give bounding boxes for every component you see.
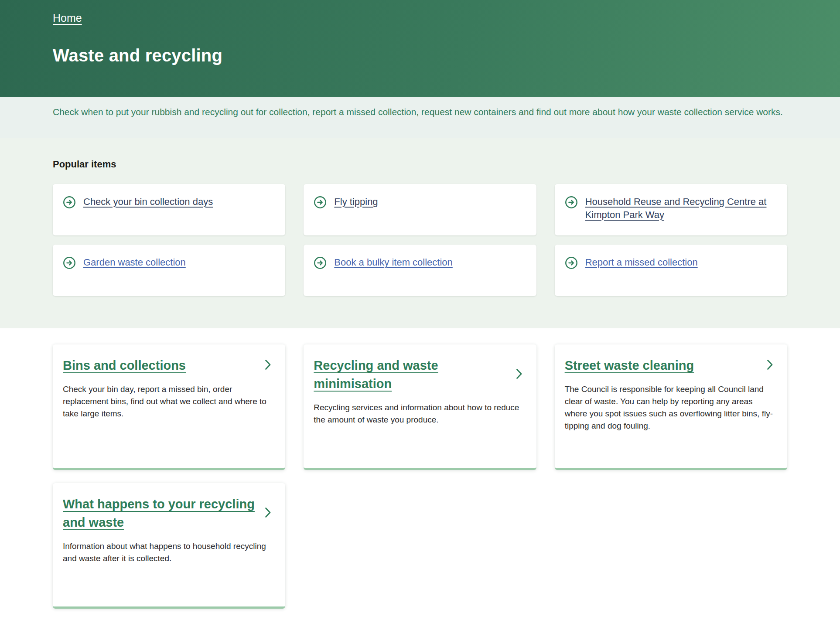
popular-link-garden-waste[interactable]: Garden waste collection bbox=[83, 256, 186, 269]
arrow-right-circle-icon bbox=[314, 256, 327, 271]
popular-card: Report a missed collection bbox=[555, 245, 787, 296]
chevron-right-icon bbox=[265, 507, 271, 520]
page: Home Waste and recycling Check when to p… bbox=[0, 0, 840, 620]
popular-link-check-bin-days[interactable]: Check your bin collection days bbox=[83, 195, 213, 208]
popular-card: Check your bin collection days bbox=[53, 184, 285, 235]
breadcrumb-home-link[interactable]: Home bbox=[53, 11, 82, 25]
popular-items-section: Popular items Check your bin collection … bbox=[0, 138, 840, 328]
chevron-right-icon bbox=[265, 359, 271, 372]
chevron-right-icon bbox=[516, 368, 522, 381]
popular-card: Household Reuse and Recycling Centre at … bbox=[555, 184, 787, 235]
category-description: Information about what happens to househ… bbox=[63, 540, 273, 565]
popular-link-fly-tipping[interactable]: Fly tipping bbox=[334, 195, 378, 208]
category-card-recycling-minimisation: Recycling and waste minimisation Recycli… bbox=[304, 344, 536, 470]
popular-card: Book a bulky item collection bbox=[304, 245, 536, 296]
intro-text: Check when to put your rubbish and recyc… bbox=[53, 106, 787, 118]
arrow-right-circle-icon bbox=[565, 196, 578, 211]
popular-card: Garden waste collection bbox=[53, 245, 285, 296]
popular-link-household-reuse-centre[interactable]: Household Reuse and Recycling Centre at … bbox=[585, 195, 777, 221]
categories-section: Bins and collections Check your bin day,… bbox=[0, 328, 840, 620]
popular-items-heading: Popular items bbox=[53, 159, 787, 170]
category-description: Check your bin day, report a missed bin,… bbox=[63, 383, 273, 420]
category-card-what-happens: What happens to your recycling and waste… bbox=[53, 483, 285, 609]
category-card-bins-and-collections: Bins and collections Check your bin day,… bbox=[53, 344, 285, 470]
arrow-right-circle-icon bbox=[565, 256, 578, 271]
category-link-recycling-minimisation[interactable]: Recycling and waste minimisation bbox=[314, 356, 509, 393]
category-description: Recycling services and information about… bbox=[314, 402, 524, 426]
category-card-header: Street waste cleaning bbox=[565, 356, 775, 375]
category-card-header: What happens to your recycling and waste bbox=[63, 495, 273, 531]
popular-card: Fly tipping bbox=[304, 184, 536, 235]
chevron-right-icon bbox=[767, 359, 773, 372]
category-link-bins-and-collections[interactable]: Bins and collections bbox=[63, 356, 186, 375]
intro-banner: Check when to put your rubbish and recyc… bbox=[0, 97, 840, 138]
popular-link-bulky-item[interactable]: Book a bulky item collection bbox=[334, 256, 452, 269]
category-card-street-waste-cleaning: Street waste cleaning The Council is res… bbox=[555, 344, 787, 470]
popular-items-grid: Check your bin collection days Fly tippi… bbox=[53, 184, 787, 296]
page-header: Home Waste and recycling bbox=[0, 0, 840, 97]
page-title: Waste and recycling bbox=[53, 46, 787, 65]
category-link-street-waste-cleaning[interactable]: Street waste cleaning bbox=[565, 356, 694, 375]
category-description: The Council is responsible for keeping a… bbox=[565, 383, 775, 432]
arrow-right-circle-icon bbox=[63, 256, 76, 271]
arrow-right-circle-icon bbox=[314, 196, 327, 211]
arrow-right-circle-icon bbox=[63, 196, 76, 211]
category-card-header: Bins and collections bbox=[63, 356, 273, 375]
categories-grid: Bins and collections Check your bin day,… bbox=[53, 344, 787, 609]
category-link-what-happens[interactable]: What happens to your recycling and waste bbox=[63, 495, 259, 531]
popular-link-missed-collection[interactable]: Report a missed collection bbox=[585, 256, 698, 269]
category-card-header: Recycling and waste minimisation bbox=[314, 356, 524, 393]
